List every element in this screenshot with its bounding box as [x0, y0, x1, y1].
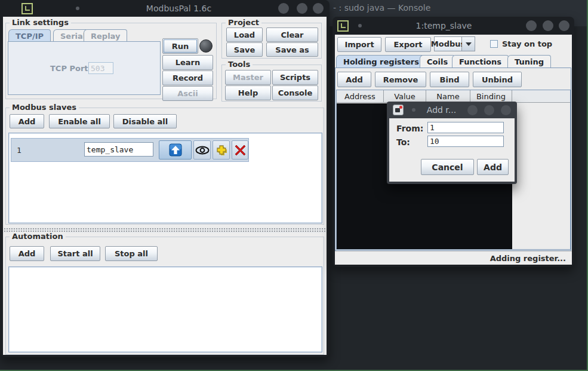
help-button[interactable]: Help	[225, 85, 271, 100]
dialog-add-button[interactable]: Add	[477, 159, 509, 175]
slave-add-button[interactable]: Add	[10, 114, 44, 128]
console-button[interactable]: Console	[272, 85, 318, 100]
tab-functions[interactable]: Functions	[452, 55, 509, 68]
dialog-title: Add r...	[415, 105, 467, 115]
register-unbind-button[interactable]: Unbind	[473, 72, 522, 87]
dialog-minimize-button[interactable]	[467, 105, 478, 115]
slave-titlebar[interactable]: 1:temp_slave	[333, 17, 574, 35]
eye-icon	[195, 146, 210, 155]
ascii-button[interactable]: Ascii	[162, 86, 213, 101]
slave-duplicate-button[interactable]	[213, 140, 230, 160]
link-status-led	[199, 39, 213, 53]
export-button[interactable]: Export	[385, 37, 431, 52]
save-as-button[interactable]: Save as	[266, 42, 318, 57]
clear-button[interactable]: Clear	[266, 27, 318, 42]
mode-combobox-arrow[interactable]	[462, 36, 475, 51]
mode-combobox[interactable]: Modbus	[434, 36, 462, 51]
register-add-button[interactable]: Add	[337, 72, 371, 87]
konsole-title: - : sudo java — Konsole	[333, 3, 430, 14]
automation-legend: Automation	[10, 232, 66, 241]
tab-replay[interactable]: Replay	[84, 29, 127, 42]
tab-coils[interactable]: Coils	[420, 55, 455, 68]
minimize-button[interactable]	[278, 3, 289, 14]
to-label: To:	[396, 137, 410, 147]
close-button[interactable]	[313, 3, 324, 14]
slave-id: 1	[17, 146, 21, 155]
status-bar: Adding register...	[335, 251, 572, 265]
tcp-port-label: TCP Port:	[50, 64, 91, 73]
slave-enable-toggle[interactable]	[159, 140, 192, 160]
delete-x-icon	[235, 145, 246, 156]
slave-window-title: 1:temp_slave	[362, 21, 526, 30]
dialog-cancel-button[interactable]: Cancel	[421, 159, 474, 175]
load-button[interactable]: Load	[226, 27, 263, 42]
slave-close-button[interactable]	[559, 20, 569, 31]
disable-all-button[interactable]: Disable all	[113, 114, 177, 128]
dialog-close-button[interactable]	[501, 105, 511, 115]
automation-add-button[interactable]: Add	[10, 246, 44, 261]
save-button[interactable]: Save	[226, 42, 263, 57]
slave-name-field[interactable]	[84, 142, 153, 157]
slave-minimize-button[interactable]	[526, 20, 537, 31]
enable-all-button[interactable]: Enable all	[49, 114, 110, 128]
chevron-down-icon	[466, 42, 472, 46]
register-remove-button[interactable]: Remove	[375, 72, 426, 87]
status-text: Adding register...	[490, 254, 566, 263]
slave-view-button[interactable]	[193, 140, 211, 160]
import-button[interactable]: Import	[337, 37, 381, 52]
slave-delete-button[interactable]	[232, 140, 248, 160]
from-label: From:	[396, 124, 423, 133]
tab-tuning[interactable]: Tuning	[507, 55, 551, 68]
desktop: - : sudo java — Konsole ModbusPal 1.6c L…	[0, 0, 588, 371]
stay-on-top-label: Stay on top	[502, 39, 552, 48]
stay-on-top-checkbox[interactable]	[490, 40, 498, 48]
tab-tcpip[interactable]: TCP/IP	[8, 29, 51, 42]
dialog-maximize-button[interactable]	[484, 105, 494, 115]
modbuspal-titlebar[interactable]: ModbusPal 1.6c	[0, 0, 330, 17]
maximize-button[interactable]	[297, 3, 307, 14]
up-arrow-icon	[169, 143, 182, 157]
table-header-value[interactable]: Value	[384, 90, 426, 103]
tab-holding-registers[interactable]: Holding registers	[336, 55, 426, 68]
plus-icon	[215, 143, 228, 157]
automation-list	[8, 266, 322, 352]
tools-legend: Tools	[226, 60, 253, 69]
record-button[interactable]: Record	[162, 70, 213, 85]
stop-all-button[interactable]: Stop all	[105, 246, 158, 261]
app-icon[interactable]	[21, 3, 33, 14]
window-title: ModbusPal 1.6c	[79, 4, 278, 13]
dialog-titlebar[interactable]: Add r...	[387, 102, 517, 118]
start-all-button[interactable]: Start all	[50, 246, 100, 261]
register-bind-button[interactable]: Bind	[430, 72, 469, 87]
slave-app-icon[interactable]	[337, 20, 349, 32]
table-header-address[interactable]: Address	[337, 90, 384, 103]
modbus-slaves-legend: Modbus slaves	[10, 103, 79, 112]
scripts-button[interactable]: Scripts	[272, 70, 318, 85]
from-field[interactable]	[427, 122, 504, 133]
project-legend: Project	[226, 18, 261, 27]
java-icon	[393, 105, 404, 115]
learn-button[interactable]: Learn	[162, 55, 213, 70]
run-button[interactable]: Run	[162, 38, 198, 54]
table-header-binding[interactable]: Binding	[470, 90, 512, 103]
master-button[interactable]: Master	[225, 70, 271, 85]
table-header-name[interactable]: Name	[426, 90, 470, 103]
link-settings-legend: Link settings	[10, 18, 71, 27]
slave-maximize-button[interactable]	[543, 20, 553, 31]
to-field[interactable]	[427, 136, 504, 147]
tcp-port-field[interactable]	[88, 62, 113, 74]
